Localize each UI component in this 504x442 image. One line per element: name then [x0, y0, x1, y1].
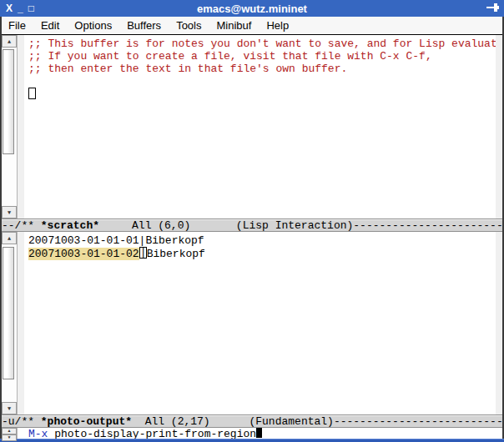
titlebar[interactable]: X _ □ emacs@wutz.mininet: [0, 0, 504, 17]
titlebar-buttons: X _ □: [0, 0, 34, 17]
scroll-up-icon[interactable]: ▲: [2, 35, 17, 48]
scratch-window: ▲ ▼ ;; This buffer is for notes you don'…: [2, 35, 502, 218]
modeline-photo-output: -u/** *photo-output* All (2,17) (Fundame…: [2, 414, 502, 428]
active-hollow-cursor: |: [139, 247, 147, 259]
frame-bottom-border: [0, 439, 504, 442]
photo-record-line-selected: 20071003-01-01-02|Biberkopf: [28, 247, 496, 259]
scroll-up-icon[interactable]: ▲: [2, 428, 17, 434]
scratch-scrollbar[interactable]: ▲ ▼: [2, 35, 18, 218]
modeline-flags: -u/**: [2, 415, 41, 428]
menu-item-minibuf[interactable]: Minibuf: [209, 17, 259, 34]
photo-scrollbar[interactable]: ▲ ▼: [2, 232, 18, 414]
modeline-position: All (2,17): [132, 415, 249, 428]
modeline-major-mode: (Fundamental): [249, 415, 333, 428]
modeline-position: All (6,0): [99, 219, 236, 232]
right-fringe: [496, 232, 502, 414]
minimize-icon[interactable]: _: [18, 0, 23, 17]
scroll-down-icon[interactable]: ▼: [2, 206, 17, 218]
menu-item-help[interactable]: Help: [259, 17, 296, 34]
region-highlight: 20071003-01-01-02: [28, 248, 139, 260]
scroll-up-icon[interactable]: ▲: [2, 232, 17, 244]
scratch-comment-line: ;; then enter the text in that file's ow…: [28, 63, 496, 75]
scrollbar-thumb[interactable]: [3, 49, 14, 154]
menu-item-edit[interactable]: Edit: [33, 17, 67, 34]
scroll-down-icon[interactable]: ▼: [2, 434, 17, 441]
menu-item-tools[interactable]: Tools: [169, 17, 209, 34]
left-fringe: [18, 232, 24, 414]
modeline-buffer-name: *photo-output*: [41, 415, 132, 428]
window-title: emacs@wutz.mininet: [0, 3, 504, 15]
emacs-frame: X _ □ emacs@wutz.mininet File Edit Optio…: [0, 0, 504, 442]
photo-record-line: 20071003-01-01-01|Biberkopf: [28, 234, 496, 247]
empty-line: [28, 75, 496, 88]
left-fringe: [18, 35, 24, 218]
close-icon[interactable]: X: [6, 0, 13, 17]
minibuffer-cursor: [256, 428, 262, 438]
menu-item-buffers[interactable]: Buffers: [119, 17, 169, 34]
scroll-down-icon[interactable]: ▼: [2, 402, 17, 414]
modeline-dashes: ----------------------------------------…: [334, 415, 502, 428]
menu-bar: File Edit Options Buffers Tools Minibuf …: [2, 17, 502, 35]
minibuffer-text[interactable]: M-x photo-display-print-from-region: [18, 428, 502, 439]
photo-output-window: ▲ ▼ 20071003-01-01-01|Biberkopf 20071003…: [2, 232, 502, 414]
modeline-buffer-name: *scratch*: [41, 219, 99, 232]
cursor-line: [28, 88, 496, 100]
minibuffer[interactable]: ▲ ▼ M-x photo-display-print-from-region: [2, 428, 502, 439]
pin-icon[interactable]: [486, 1, 499, 16]
maximize-icon[interactable]: □: [28, 0, 34, 17]
right-fringe: [496, 35, 502, 218]
minibuffer-prompt: M-x: [28, 428, 54, 439]
scratch-buffer-text[interactable]: ;; This buffer is for notes you don't wa…: [24, 35, 496, 218]
modeline-dashes: ----------------------------------------…: [353, 219, 502, 232]
menu-item-options[interactable]: Options: [67, 17, 119, 34]
modeline-flags: --/**: [2, 219, 41, 232]
scrollbar-thumb[interactable]: [3, 247, 14, 379]
minibuffer-command: photo-display-print-from-region: [54, 428, 256, 439]
scratch-comment-line: ;; If you want to create a file, visit t…: [28, 50, 496, 63]
menu-item-file[interactable]: File: [2, 17, 33, 34]
photo-record-name: Biberkopf: [147, 248, 205, 260]
modeline-scratch: --/** *scratch* All (6,0) (Lisp Interact…: [2, 218, 502, 232]
inactive-cursor: [28, 88, 36, 99]
minibuffer-scrollbar[interactable]: ▲ ▼: [2, 428, 18, 439]
photo-output-buffer-text[interactable]: 20071003-01-01-01|Biberkopf 20071003-01-…: [24, 232, 496, 414]
modeline-major-mode: (Lisp Interaction): [236, 219, 353, 232]
scratch-comment-line: ;; This buffer is for notes you don't wa…: [28, 38, 496, 50]
